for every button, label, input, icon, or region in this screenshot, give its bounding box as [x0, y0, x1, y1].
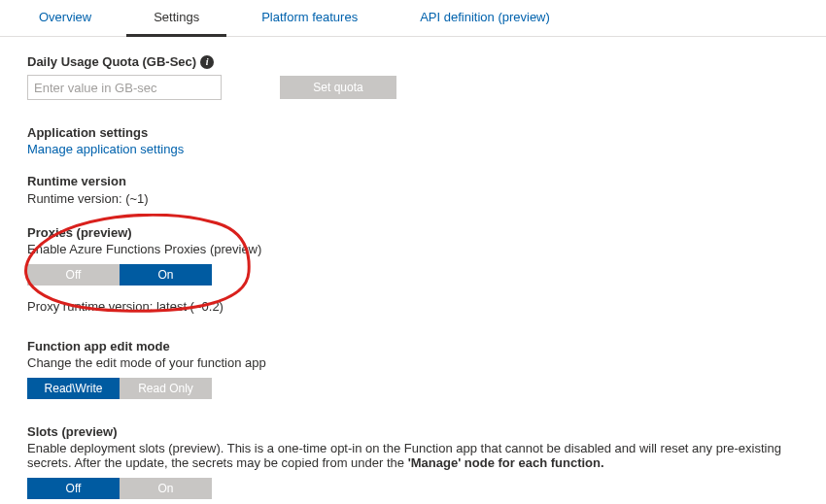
edit-mode-subtitle: Change the edit mode of your function ap…: [27, 355, 799, 370]
proxies-toggle: Off On: [27, 264, 799, 286]
section-daily-quota: Daily Usage Quota (GB-Sec) i Set quota: [27, 54, 799, 100]
section-proxies: Proxies (preview) Enable Azure Functions…: [27, 225, 799, 314]
set-quota-button: Set quota: [280, 76, 396, 99]
edit-mode-title: Function app edit mode: [27, 339, 799, 353]
tab-settings[interactable]: Settings: [126, 0, 226, 37]
tab-overview[interactable]: Overview: [12, 0, 119, 36]
slots-on-button[interactable]: On: [120, 478, 212, 499]
edit-mode-toggle: Read\Write Read Only: [27, 378, 799, 399]
section-app-settings: Application settings Manage application …: [27, 125, 799, 156]
tab-platform-features[interactable]: Platform features: [234, 0, 385, 36]
slots-title: Slots (preview): [27, 424, 799, 439]
tab-bar: Overview Settings Platform features API …: [0, 0, 826, 37]
edit-mode-rw-button[interactable]: Read\Write: [27, 378, 120, 399]
proxies-subtitle: Enable Azure Functions Proxies (preview): [27, 242, 799, 256]
manage-app-settings-link[interactable]: Manage application settings: [27, 142, 799, 156]
slots-toggle: Off On: [27, 478, 799, 499]
tab-api-definition[interactable]: API definition (preview): [393, 0, 577, 36]
slots-subtitle-b: 'Manage' node for each function.: [408, 455, 604, 470]
quota-input[interactable]: [27, 75, 222, 100]
slots-off-button[interactable]: Off: [27, 478, 120, 499]
proxy-runtime-value: Proxy runtime version: latest (~0.2): [27, 299, 799, 314]
edit-mode-ro-button[interactable]: Read Only: [120, 378, 212, 399]
slots-subtitle: Enable deployment slots (preview). This …: [27, 441, 799, 470]
info-icon[interactable]: i: [200, 55, 214, 69]
proxies-on-button[interactable]: On: [120, 264, 212, 286]
proxies-off-button[interactable]: Off: [27, 264, 120, 286]
proxies-title: Proxies (preview): [27, 225, 799, 240]
section-runtime: Runtime version Runtime version: (~1): [27, 174, 799, 206]
app-settings-title: Application settings: [27, 125, 799, 140]
runtime-title: Runtime version: [27, 174, 799, 188]
quota-title: Daily Usage Quota (GB-Sec): [27, 54, 196, 69]
section-edit-mode: Function app edit mode Change the edit m…: [27, 339, 799, 399]
settings-content: Daily Usage Quota (GB-Sec) i Set quota A…: [0, 37, 826, 504]
section-slots: Slots (preview) Enable deployment slots …: [27, 424, 799, 499]
runtime-value: Runtime version: (~1): [27, 191, 799, 206]
slots-subtitle-a: Enable deployment slots (preview). This …: [27, 441, 781, 470]
